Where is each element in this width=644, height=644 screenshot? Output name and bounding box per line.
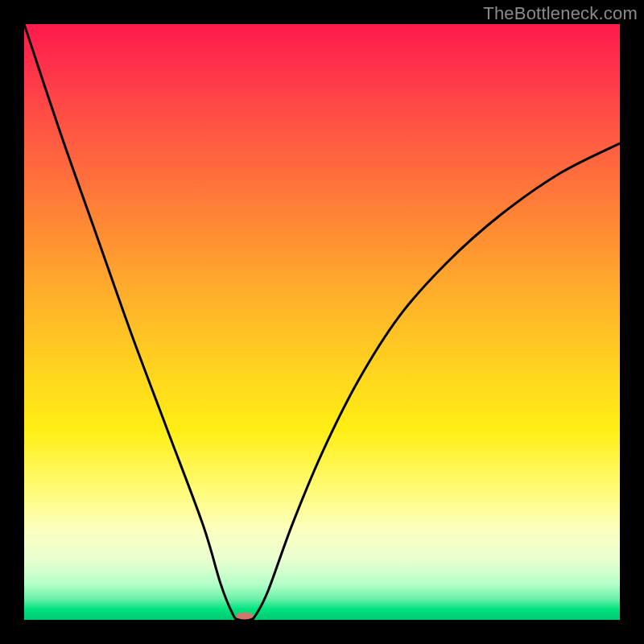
chart-frame: TheBottleneck.com	[0, 0, 644, 644]
curve-path	[24, 24, 620, 620]
watermark-text: TheBottleneck.com	[483, 3, 638, 24]
plot-area	[24, 24, 620, 620]
bottleneck-curve	[24, 24, 620, 620]
